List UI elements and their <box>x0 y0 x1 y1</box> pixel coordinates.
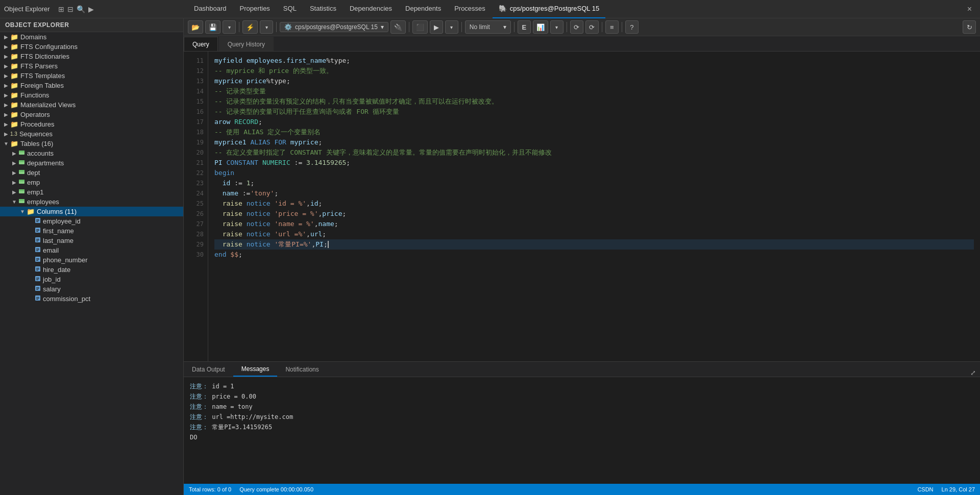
tree-item-5[interactable]: ▶📁Foreign Tables <box>0 81 183 90</box>
code-line[interactable]: myprice price%type; <box>214 76 974 86</box>
code-line[interactable]: raise notice 'url =%',url; <box>214 229 974 239</box>
tab-dependents[interactable]: Dependents <box>399 0 447 18</box>
code-line[interactable]: myprice1 ALIAS FOR myprice; <box>214 137 974 147</box>
search-icon[interactable]: 🔍 <box>77 5 85 13</box>
code-line[interactable]: begin <box>214 168 974 178</box>
code-line[interactable]: -- myprice 和 price 的类型一致。 <box>214 66 974 76</box>
run-down-icon[interactable]: ▾ <box>445 20 458 34</box>
tree-toggle-icon[interactable]: ▶ <box>2 121 10 127</box>
tree-item-9[interactable]: ▶📁Procedures <box>0 119 183 129</box>
tree-item-26[interactable]: salary <box>0 284 183 294</box>
help-icon[interactable]: ? <box>625 20 639 34</box>
tab-query-editor[interactable]: Query <box>184 37 218 51</box>
code-line[interactable]: raise notice 'name = %',name; <box>214 219 974 229</box>
open-file-icon[interactable]: 📂 <box>188 20 203 34</box>
filter-down-icon[interactable]: ▾ <box>260 20 273 34</box>
tree-toggle-icon[interactable]: ▼ <box>2 141 10 146</box>
magic1-icon[interactable]: ⟳ <box>570 20 583 34</box>
tree-item-20[interactable]: first_name <box>0 226 183 236</box>
save-down-icon[interactable]: ▾ <box>223 20 236 34</box>
tree-toggle-icon[interactable]: ▼ <box>18 209 27 214</box>
code-line[interactable]: raise notice '常量PI=%',PI; <box>214 239 974 250</box>
tree-item-1[interactable]: ▶📁FTS Configurations <box>0 42 183 52</box>
grid-icon[interactable]: ⊟ <box>67 5 74 13</box>
tree-item-2[interactable]: ▶📁FTS Dictionaries <box>0 52 183 61</box>
chart-icon[interactable]: 📊 <box>533 20 548 34</box>
code-line[interactable]: -- 使用 ALIAS 定义一个变量别名 <box>214 127 974 137</box>
tree-toggle-icon[interactable]: ▶ <box>2 102 10 108</box>
tree-toggle-icon[interactable]: ▶ <box>10 170 18 176</box>
table-icon[interactable]: ⊞ <box>58 5 64 13</box>
tab-query[interactable]: 🐘 cps/postgres@PostgreSQL 15 <box>493 0 605 18</box>
tree-item-8[interactable]: ▶📁Operators <box>0 110 183 119</box>
connection-selector[interactable]: ⚙️ cps/postgres@PostgreSQL 15 ▾ <box>280 22 388 32</box>
tree-item-17[interactable]: ▼employees <box>0 197 183 207</box>
tree-item-10[interactable]: ▶1.3Sequences <box>0 129 183 139</box>
run-icon[interactable]: ▶ <box>430 20 443 34</box>
explain-icon[interactable]: E <box>518 20 531 34</box>
tree-toggle-icon[interactable]: ▶ <box>10 180 18 185</box>
tab-messages[interactable]: Messages <box>233 362 278 377</box>
tree-item-16[interactable]: ▶emp1 <box>0 187 183 197</box>
stop-icon[interactable]: ⬛ <box>412 20 428 34</box>
tree-item-19[interactable]: employee_id <box>0 216 183 226</box>
expand-icon[interactable]: ⤢ <box>970 369 980 377</box>
tree-toggle-icon[interactable]: ▶ <box>2 34 10 40</box>
limit-selector[interactable]: No limit ▾ <box>465 20 511 34</box>
tree-item-21[interactable]: last_name <box>0 236 183 245</box>
tree-item-0[interactable]: ▶📁Domains <box>0 32 183 42</box>
tab-sql[interactable]: SQL <box>277 0 303 18</box>
code-line[interactable]: name :='tony'; <box>214 188 974 199</box>
tree-item-4[interactable]: ▶📁FTS Templates <box>0 71 183 81</box>
terminal-icon[interactable]: ▶ <box>88 5 94 13</box>
tree-toggle-icon[interactable]: ▶ <box>2 131 10 137</box>
tab-data-output[interactable]: Data Output <box>184 362 233 377</box>
tab-dependencies[interactable]: Dependencies <box>344 0 398 18</box>
tab-processes[interactable]: Processes <box>448 0 492 18</box>
list-icon[interactable]: ≡ <box>605 20 619 34</box>
tree-item-22[interactable]: email <box>0 245 183 255</box>
code-line[interactable]: raise notice 'price = %',price; <box>214 209 974 219</box>
tree-toggle-icon[interactable]: ▶ <box>2 54 10 59</box>
code-editor[interactable]: myfield employees.first_name%type;-- myp… <box>208 52 980 361</box>
magic2-icon[interactable]: ⟳ <box>585 20 599 34</box>
tree-item-23[interactable]: phone_number <box>0 255 183 265</box>
code-line[interactable]: -- 在定义变量时指定了 CONSTANT 关键字，意味着定义的是常量。常量的值… <box>214 147 974 158</box>
tree-item-12[interactable]: ▶accounts <box>0 148 183 158</box>
tree-item-3[interactable]: ▶📁FTS Parsers <box>0 61 183 71</box>
code-line[interactable]: arow RECORD; <box>214 117 974 127</box>
tree-item-24[interactable]: hire_date <box>0 265 183 275</box>
tree-toggle-icon[interactable]: ▶ <box>10 151 18 156</box>
code-line[interactable]: myfield employees.first_name%type; <box>214 56 974 66</box>
tree-item-7[interactable]: ▶📁Materialized Views <box>0 100 183 110</box>
tree-toggle-icon[interactable]: ▶ <box>10 160 18 166</box>
tree-toggle-icon[interactable]: ▶ <box>2 73 10 79</box>
tree-toggle-icon[interactable]: ▶ <box>10 189 18 195</box>
code-line[interactable]: -- 记录类型的变量可以用于任意查询语句或者 FOR 循环变量 <box>214 107 974 117</box>
tree-toggle-icon[interactable]: ▶ <box>2 83 10 88</box>
tree-item-18[interactable]: ▼📁Columns (11) <box>0 207 183 216</box>
tab-query-history[interactable]: Query History <box>219 37 274 51</box>
tree-item-15[interactable]: ▶emp <box>0 178 183 187</box>
tab-properties[interactable]: Properties <box>234 0 276 18</box>
sidebar-tree[interactable]: ▶📁Domains▶📁FTS Configurations▶📁FTS Dicti… <box>0 32 183 495</box>
tree-toggle-icon[interactable]: ▼ <box>10 199 18 205</box>
tree-item-27[interactable]: commission_pct <box>0 294 183 304</box>
tab-dashboard[interactable]: Dashboard <box>188 0 233 18</box>
save-icon[interactable]: 💾 <box>205 20 220 34</box>
code-line[interactable]: end $$; <box>214 250 974 260</box>
tab-statistics[interactable]: Statistics <box>304 0 342 18</box>
code-line[interactable]: id := 1; <box>214 178 974 188</box>
tree-item-13[interactable]: ▶departments <box>0 158 183 168</box>
filter-icon[interactable]: ⚡ <box>242 20 258 34</box>
tree-toggle-icon[interactable]: ▶ <box>2 112 10 117</box>
code-line[interactable]: -- 记录类型的变量没有预定义的结构，只有当变量被赋值时才确定，而且可以在运行时… <box>214 96 974 107</box>
refresh-icon[interactable]: ↻ <box>963 20 976 34</box>
tree-item-6[interactable]: ▶📁Functions <box>0 90 183 100</box>
chart-down-icon[interactable]: ▾ <box>550 20 564 34</box>
close-button[interactable]: × <box>963 5 976 14</box>
tree-toggle-icon[interactable]: ▶ <box>2 92 10 98</box>
tree-item-14[interactable]: ▶dept <box>0 168 183 178</box>
code-line[interactable]: raise notice 'id = %',id; <box>214 199 974 209</box>
code-line[interactable]: PI CONSTANT NUMERIC := 3.14159265; <box>214 158 974 168</box>
